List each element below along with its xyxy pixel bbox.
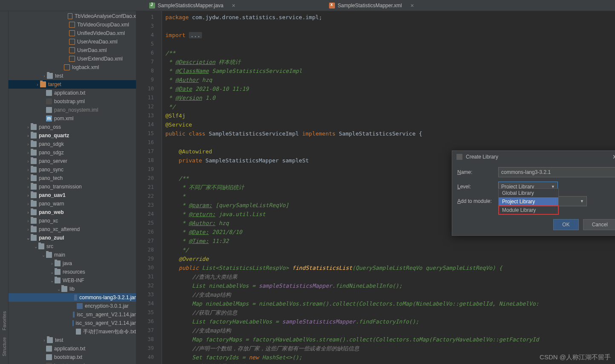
tree-arrow-icon[interactable]: › [49, 261, 55, 266]
gutter-line[interactable]: 16 [136, 138, 162, 147]
gutter-line[interactable]: 1 [136, 13, 162, 22]
gutter-line[interactable]: 4 [136, 31, 162, 40]
gutter-line[interactable]: 22 [136, 192, 162, 201]
dropdown-item-global[interactable]: Global Library [499, 189, 558, 197]
tree-item[interactable]: ›pano_warn [9, 199, 136, 208]
gutter-line[interactable]: 6 [136, 49, 162, 58]
tree-arrow-icon[interactable]: › [26, 142, 31, 147]
gutter-line[interactable]: 13 [136, 111, 162, 120]
tree-item[interactable]: ⌄main [9, 251, 136, 259]
tree-arrow-icon[interactable]: ⌄ [49, 278, 55, 283]
tree-item[interactable]: ›pano_sdgk [9, 140, 136, 148]
tree-arrow-icon[interactable]: › [26, 219, 31, 223]
tree-item[interactable]: isc_sm_agent_V2.1.14.jar [9, 310, 136, 319]
gutter-line[interactable]: 40 [136, 353, 162, 362]
tree-item[interactable]: ›pano_tech [9, 174, 136, 182]
tree-item[interactable]: 手动打maven包命令.txt [9, 327, 136, 336]
gutter-line[interactable]: 38 [136, 335, 162, 344]
gutter-line[interactable]: 11 [136, 93, 162, 102]
tree-item[interactable]: ⌄resources [9, 268, 136, 276]
tree-item[interactable]: ›test [9, 336, 136, 344]
tree-item[interactable]: bootstrap.txt [9, 353, 136, 361]
tree-arrow-icon[interactable]: › [42, 74, 47, 78]
tree-item[interactable]: ›pano_server [9, 157, 136, 165]
rail-structure[interactable]: Structure [2, 334, 7, 360]
gutter-line[interactable]: 17 [136, 147, 162, 156]
tree-arrow-icon[interactable]: ⌄ [56, 287, 61, 292]
tree-item[interactable]: isc_sso_agent_V2.1.14.jar [9, 319, 136, 327]
gutter-line[interactable]: 32 [136, 281, 162, 290]
tree-arrow-icon[interactable]: › [26, 150, 31, 155]
tree-arrow-icon[interactable]: › [26, 168, 31, 172]
tree-arrow-icon[interactable]: › [42, 338, 47, 343]
tree-item[interactable]: UserAreaDao.xml [9, 38, 136, 46]
gutter-line[interactable]: 14 [136, 120, 162, 129]
gutter-line[interactable]: 25 [136, 219, 162, 228]
tree-arrow-icon[interactable]: › [26, 202, 31, 206]
tree-arrow-icon[interactable]: ⌄ [41, 253, 46, 257]
tree-item[interactable]: encryption-3.0.1.jar [9, 302, 136, 310]
project-tree[interactable]: TbVideoAnalyseConfDao.xTbVideoGroupDao.x… [9, 11, 136, 364]
gutter-line[interactable]: 35 [136, 308, 162, 317]
tree-item[interactable]: UserExtendDao.xml [9, 55, 136, 63]
gutter-line[interactable]: 21 [136, 183, 162, 192]
gutter-line[interactable]: 9 [136, 75, 162, 84]
dialog-titlebar[interactable]: Create Library ✕ [452, 151, 615, 163]
tree-arrow-icon[interactable]: › [35, 82, 40, 87]
tree-item[interactable]: ›pano_xc_afterend [9, 225, 136, 234]
tree-item[interactable]: commons-lang3-3.2.1.jar [9, 293, 136, 302]
gutter-line[interactable]: 23 [136, 201, 162, 210]
tree-arrow-icon[interactable]: › [26, 210, 31, 215]
gutter-line[interactable]: 30 [136, 263, 162, 272]
gutter[interactable]: 1345678910111213141516171819202122232425… [136, 11, 162, 364]
gutter-line[interactable]: 39 [136, 344, 162, 353]
tree-arrow-icon[interactable]: › [26, 185, 31, 189]
tree-item[interactable]: ⌄WEB-INF [9, 276, 136, 285]
dropdown-item-module[interactable]: Module Library [499, 206, 558, 214]
tree-item[interactable]: ›test [9, 72, 136, 80]
ok-button[interactable]: OK [553, 219, 578, 230]
gutter-line[interactable]: 28 [136, 246, 162, 254]
gutter-line[interactable]: 18 [136, 156, 162, 165]
tree-item[interactable]: ›pano_uav1 [9, 191, 136, 199]
close-icon[interactable]: × [410, 2, 414, 9]
gutter-line[interactable]: 36 [136, 317, 162, 326]
tree-item[interactable]: ›pano_sdgz [9, 148, 136, 157]
gutter-line[interactable]: 31 [136, 272, 162, 281]
gutter-line[interactable]: 7 [136, 58, 162, 66]
tree-item[interactable]: ⌄src [9, 242, 136, 251]
tree-item[interactable]: ›pano_quartz [9, 131, 136, 140]
close-icon[interactable]: × [232, 2, 235, 9]
gutter-line[interactable]: 12 [136, 102, 162, 111]
tree-item[interactable]: ›target [9, 80, 136, 89]
editor-tab-java[interactable]: SampleStatisticsMapper.java × [136, 0, 248, 11]
tree-item[interactable]: ›pano_oss [9, 123, 136, 131]
tree-arrow-icon[interactable]: › [26, 227, 31, 232]
tree-arrow-icon[interactable]: › [26, 176, 31, 181]
gutter-line[interactable]: 8 [136, 66, 162, 75]
tree-item[interactable]: UserDao.xml [9, 46, 136, 55]
tree-item[interactable]: pano_nosystem.iml [9, 106, 136, 114]
tree-item[interactable]: ›java [9, 259, 136, 268]
dropdown-item-project[interactable]: Project Library [499, 197, 558, 206]
rail-favorites[interactable]: Favorites [2, 308, 7, 334]
editor-tab-xml[interactable]: SampleStatisticsMapper.xml × [316, 0, 427, 11]
gutter-line[interactable]: 10 [136, 84, 162, 93]
gutter-line[interactable]: 3 [136, 22, 162, 31]
gutter-line[interactable]: 24 [136, 210, 162, 219]
name-input[interactable] [498, 167, 615, 177]
tree-item[interactable]: application.txt [9, 344, 136, 353]
tree-item[interactable]: ⌄pano_zuul [9, 234, 136, 242]
tree-arrow-icon[interactable]: › [26, 193, 31, 198]
gutter-line[interactable]: 19 [136, 165, 162, 174]
tree-item[interactable]: ›pano_web [9, 208, 136, 217]
tree-item[interactable]: ›pano_sync [9, 165, 136, 174]
tree-arrow-icon[interactable]: › [26, 159, 31, 164]
tree-arrow-icon[interactable]: ⌄ [49, 270, 55, 274]
gutter-line[interactable]: 34 [136, 299, 162, 308]
gutter-line[interactable]: 5 [136, 40, 162, 49]
gutter-line[interactable]: 26 [136, 228, 162, 237]
tree-item[interactable]: TbVideoAnalyseConfDao.x [9, 12, 136, 20]
tree-item[interactable]: application.txt [9, 89, 136, 97]
tree-item[interactable]: bootstrap.yml [9, 97, 136, 106]
